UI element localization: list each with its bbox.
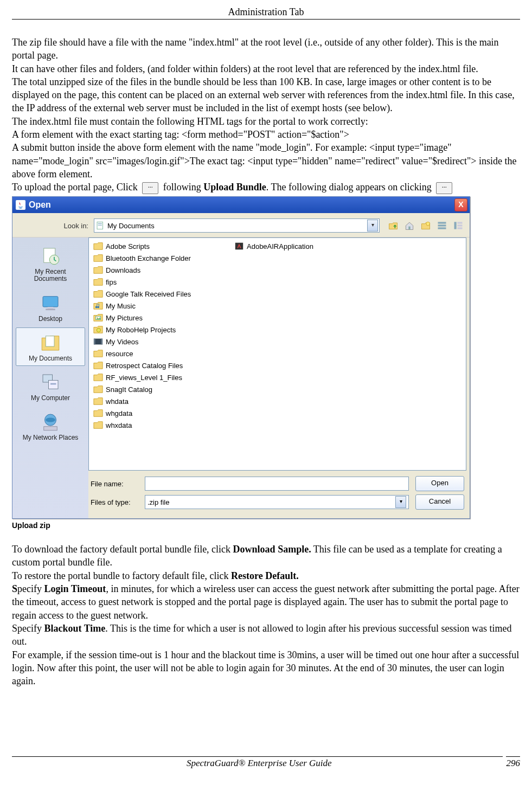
robohelp-icon [93,325,103,335]
svg-rect-3 [408,227,410,230]
music-icon [93,301,103,311]
svg-rect-6 [438,224,446,226]
folder-icon [93,420,103,430]
para-6: A submit button inside the above form el… [12,141,520,181]
file-item[interactable]: whxdata [91,419,232,431]
place-recent[interactable]: My Recent Documents [16,241,85,286]
folder-icon [93,349,103,358]
file-item[interactable]: SnagIt Catalog [91,383,232,395]
file-label: resource [106,350,133,358]
browse-icon-2[interactable]: ··· [436,182,452,194]
filetype-label: Files of type: [91,498,145,506]
file-label: My Pictures [106,314,143,322]
filetype-dropdown[interactable]: .zip file ▾ [145,495,409,509]
file-item[interactable]: Bluetooth Exchange Folder [91,252,232,264]
list-view-icon[interactable] [436,220,448,232]
page-header: Administration Tab [12,7,520,18]
after-p4: Specify Blackout Time. This is the time … [12,622,520,648]
dialog-title: Open [29,200,51,210]
file-item[interactable]: resource [91,348,232,359]
lookin-dropdown[interactable]: My Documents ▾ [94,218,380,233]
file-label: Retrospect Catalog Files [106,362,183,370]
page-footer: SpectraGuard® Enterprise User Guide 296 [12,756,520,769]
network-icon [39,410,62,433]
file-item[interactable]: My Pictures [91,312,232,324]
svg-rect-8 [454,222,457,229]
open-button[interactable]: Open [415,476,464,491]
places-bar: My Recent DocumentsDesktopMy DocumentsMy… [12,237,88,518]
lookin-dropdown-arrow[interactable]: ▾ [367,220,378,232]
para-3: The total unzipped size of the files in … [12,75,520,115]
file-label: whgdata [106,409,132,417]
file-label: Adobe Scripts [106,242,150,250]
documents-icon [95,221,105,230]
after-p5: For example, if the session time-out is … [12,648,520,688]
up-one-level-icon[interactable] [387,220,399,232]
file-item[interactable]: My Videos [91,336,232,348]
footer-title: SpectraGuard® Enterprise User Guide [187,758,332,769]
para-1: The zip file should have a file with the… [12,36,520,62]
footer-rule-short [506,756,520,757]
file-item[interactable]: My RoboHelp Projects [91,324,232,336]
after-p1: To download the factory default portal b… [12,543,520,569]
folder-icon [93,265,103,275]
svg-rect-1 [98,223,102,224]
file-item[interactable]: RF_views_Level 1_Files [91,371,232,383]
file-item[interactable]: Retrospect Catalog Files [91,359,232,371]
folder-icon [93,384,103,394]
filetype-value: .zip file [148,498,169,506]
svg-rect-9 [457,222,462,223]
dialog-toolbar: Look in: My Documents ▾ [12,213,470,237]
file-label: fips [106,278,117,286]
place-label: My Computer [18,395,82,402]
svg-rect-15 [48,307,54,309]
home-icon[interactable] [403,220,415,232]
video-icon [93,337,103,346]
after-p3: Specify Login Timeout, in minutes, for w… [12,582,520,622]
folder-icon [93,277,103,287]
filetype-dropdown-arrow[interactable]: ▾ [395,496,406,508]
file-item[interactable]: Downloads [91,264,232,276]
new-folder-icon[interactable] [420,220,432,232]
place-computer[interactable]: My Computer [16,367,85,406]
desktop-icon [39,292,62,314]
file-label: AdobeAIRApplication [247,242,313,250]
upload-bundle-label: Upload Bundle [203,182,266,192]
upload-text-post: . The following dialog appears on clicki… [266,182,434,192]
file-label: Google Talk Received Files [106,290,191,298]
file-label: SnagIt Catalog [106,385,152,394]
place-label: Desktop [18,316,82,323]
details-view-icon[interactable] [452,220,464,232]
browse-icon[interactable]: ··· [142,182,158,194]
footer-rule [12,756,503,757]
air-icon [234,241,244,251]
file-label: RF_views_Level 1_Files [106,374,182,382]
filename-input[interactable] [145,477,409,491]
file-item[interactable]: Adobe Scripts [91,240,232,252]
computer-icon [39,371,62,394]
place-desktop[interactable]: Desktop [16,288,85,326]
svg-rect-22 [44,427,57,430]
file-item[interactable]: whgdata [91,407,232,419]
svg-rect-20 [50,383,56,385]
file-item[interactable]: AdobeAIRApplication [232,240,316,252]
place-network[interactable]: My Network Places [16,407,85,445]
file-item[interactable]: My Music [91,300,232,312]
file-list[interactable]: Adobe ScriptsBluetooth Exchange FolderDo… [88,237,466,471]
svg-point-25 [97,328,100,332]
folder-icon [93,361,103,370]
folder-icon [93,396,103,406]
file-item[interactable]: whdata [91,395,232,407]
svg-rect-11 [457,227,462,229]
lookin-label: Look in: [18,222,94,230]
cancel-button[interactable]: Cancel [415,494,464,510]
svg-point-4 [426,222,430,226]
svg-rect-5 [438,222,446,223]
close-button[interactable]: X [454,198,467,211]
para-4: The index.html file must contain the fol… [12,115,520,128]
file-item[interactable]: Google Talk Received Files [91,288,232,300]
place-documents[interactable]: My Documents [16,327,85,366]
recent-icon [39,245,62,267]
place-label: My Network Places [18,434,82,441]
file-item[interactable]: fips [91,276,232,288]
